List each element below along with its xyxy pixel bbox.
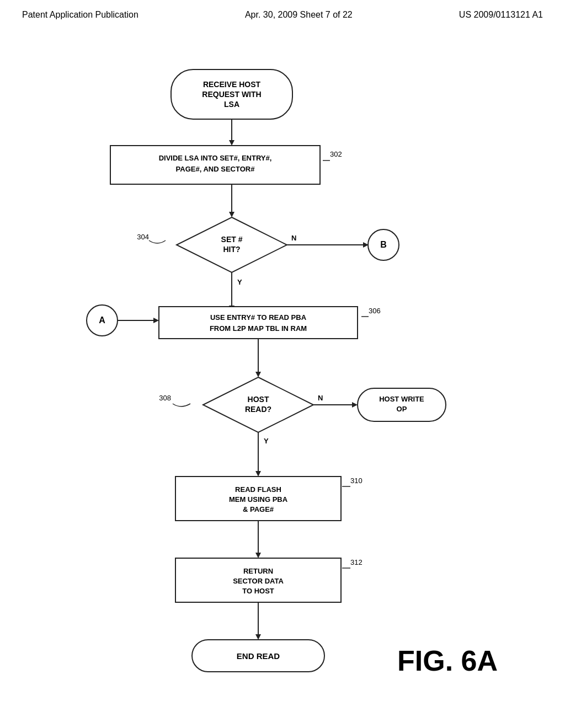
- svg-text:HIT?: HIT?: [223, 245, 240, 254]
- header-right: US 2009/0113121 A1: [459, 10, 543, 20]
- svg-marker-35: [255, 372, 261, 377]
- page-header: Patent Application Publication Apr. 30, …: [0, 0, 565, 25]
- svg-text:REQUEST WITH: REQUEST WITH: [202, 90, 261, 99]
- svg-text:SECTOR DATA: SECTOR DATA: [233, 577, 284, 585]
- svg-marker-5: [229, 140, 234, 146]
- svg-text:PAGE#, AND SECTOR#: PAGE#, AND SECTOR#: [176, 165, 255, 173]
- svg-text:RECEIVE HOST: RECEIVE HOST: [203, 80, 261, 89]
- svg-text:B: B: [380, 240, 387, 249]
- svg-text:READ FLASH: READ FLASH: [235, 485, 281, 494]
- svg-text:MEM USING PBA: MEM USING PBA: [229, 495, 288, 504]
- svg-text:302: 302: [330, 150, 342, 158]
- svg-text:306: 306: [369, 307, 381, 315]
- svg-text:OP: OP: [397, 405, 407, 413]
- svg-text:304: 304: [137, 233, 149, 241]
- svg-marker-28: [153, 318, 159, 323]
- header-left: Patent Application Publication: [22, 10, 138, 20]
- svg-text:FROM L2P MAP TBL IN RAM: FROM L2P MAP TBL IN RAM: [210, 324, 307, 333]
- svg-text:HOST WRITE: HOST WRITE: [379, 395, 424, 403]
- svg-text:DIVIDE LSA INTO SET#, ENTRY#,: DIVIDE LSA INTO SET#, ENTRY#,: [159, 154, 272, 162]
- svg-text:READ?: READ?: [245, 405, 271, 414]
- svg-text:END READ: END READ: [237, 651, 280, 661]
- svg-text:TO HOST: TO HOST: [242, 587, 274, 595]
- svg-marker-56: [255, 553, 261, 558]
- svg-text:Y: Y: [237, 278, 242, 286]
- svg-text:SET #: SET #: [221, 235, 243, 244]
- svg-text:Y: Y: [264, 437, 269, 445]
- svg-text:312: 312: [350, 558, 363, 566]
- svg-marker-12: [229, 212, 234, 217]
- svg-text:308: 308: [159, 394, 171, 402]
- svg-text:FIG. 6A: FIG. 6A: [397, 645, 498, 677]
- svg-text:A: A: [99, 315, 105, 325]
- svg-text:N: N: [291, 234, 296, 242]
- svg-text:310: 310: [350, 477, 363, 485]
- svg-marker-42: [352, 402, 358, 408]
- diagram-area: RECEIVE HOST REQUEST WITH LSA DIVIDE LSA…: [0, 25, 565, 720]
- svg-text:RETURN: RETURN: [243, 567, 273, 575]
- svg-text:& PAGE#: & PAGE#: [243, 505, 274, 513]
- svg-text:LSA: LSA: [224, 100, 239, 109]
- svg-text:USE ENTRY# TO READ PBA: USE ENTRY# TO READ PBA: [210, 313, 307, 322]
- svg-text:HOST: HOST: [248, 395, 269, 404]
- svg-rect-29: [159, 307, 358, 339]
- svg-text:N: N: [318, 394, 323, 402]
- svg-marker-48: [255, 471, 261, 477]
- header-center: Apr. 30, 2009 Sheet 7 of 22: [245, 10, 353, 20]
- svg-marker-64: [255, 634, 261, 640]
